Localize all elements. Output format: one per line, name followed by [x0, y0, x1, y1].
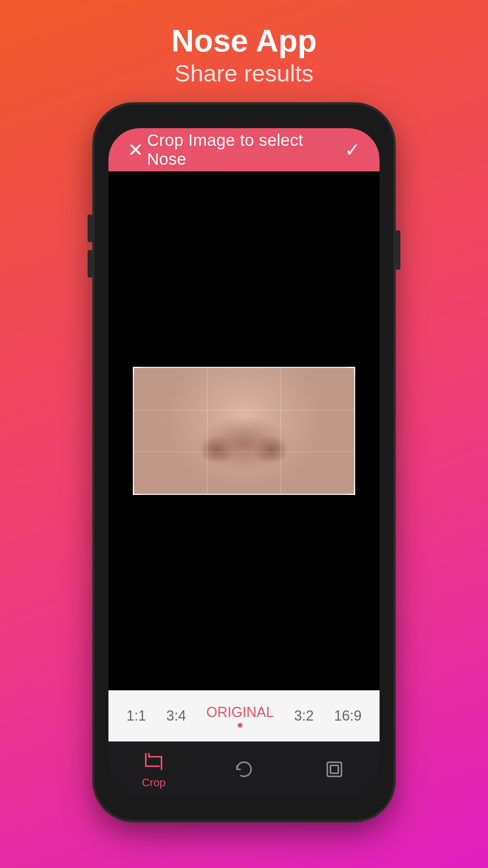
nose-face-graphic: [134, 368, 354, 494]
ratio-item-original[interactable]: ORIGINAL: [202, 700, 278, 732]
confirm-button[interactable]: ✓: [341, 138, 364, 162]
crop-tool-button[interactable]: Crop: [142, 750, 166, 789]
ratio-label-3-4: 3:4: [166, 708, 186, 724]
refresh-icon: [232, 758, 256, 781]
expand-icon: [323, 758, 346, 781]
svg-rect-7: [330, 765, 338, 773]
svg-rect-6: [327, 762, 341, 776]
phone-device: ✕ Crop Image to select Nose ✓: [95, 105, 393, 820]
crop-header-bar: ✕ Crop Image to select Nose ✓: [108, 128, 380, 171]
header-title: Crop Image to select Nose: [147, 131, 341, 169]
expand-tool-button[interactable]: [323, 758, 346, 781]
ratio-bar: 1:1 3:4 ORIGINAL 3:2 16:9: [108, 690, 380, 741]
ratio-label-1-1: 1:1: [127, 708, 146, 724]
app-header: Nose App Share results: [171, 0, 317, 89]
ratio-item-3-4[interactable]: 3:4: [162, 700, 190, 732]
app-subtitle: Share results: [171, 58, 317, 89]
ratio-item-1-1[interactable]: 1:1: [123, 700, 150, 732]
crop-canvas[interactable]: [108, 171, 380, 690]
phone-screen: ✕ Crop Image to select Nose ✓: [108, 128, 380, 796]
crop-image-container[interactable]: [134, 368, 354, 494]
ratio-item-3-2[interactable]: 3:2: [290, 700, 318, 732]
bottom-toolbar: Crop: [108, 741, 380, 796]
ratio-label-3-2: 3:2: [294, 708, 314, 724]
close-button[interactable]: ✕: [124, 138, 147, 162]
crop-tool-label: Crop: [142, 776, 166, 789]
ratio-label-original: ORIGINAL: [206, 704, 274, 721]
crop-image: [134, 368, 354, 494]
app-title: Nose App: [171, 24, 317, 58]
crop-icon: [142, 750, 165, 773]
ratio-label-16-9: 16:9: [334, 708, 361, 724]
refresh-tool-button[interactable]: [232, 758, 256, 781]
ratio-active-dot: [238, 723, 242, 728]
ratio-item-16-9[interactable]: 16:9: [330, 700, 365, 732]
